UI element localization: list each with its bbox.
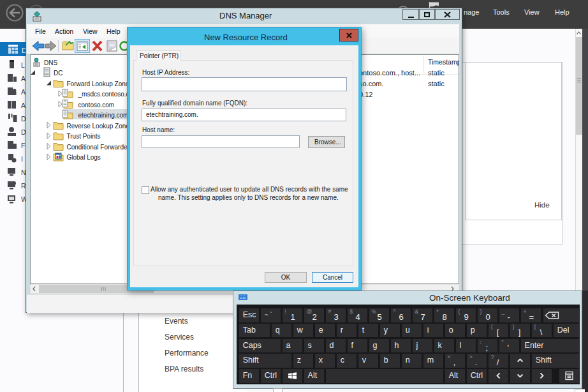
svg-text:D: D [21, 128, 26, 136]
svg-text:N: N [21, 169, 26, 176]
svg-text:R: R [21, 182, 26, 190]
svg-text:I: I [21, 155, 23, 163]
svg-text:W: W [21, 195, 26, 203]
svg-text:D: D [21, 115, 26, 123]
svg-text:L: L [21, 61, 25, 69]
svg-text:A: A [21, 75, 26, 82]
svg-text:F: F [21, 142, 25, 149]
svg-text:A: A [21, 88, 26, 96]
svg-text:A: A [21, 102, 26, 109]
